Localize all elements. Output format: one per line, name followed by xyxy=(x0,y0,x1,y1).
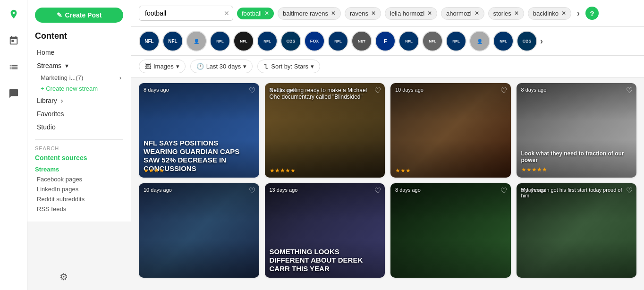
card-3-stars: ★★★ xyxy=(395,167,411,174)
filter-bar: 🖼 Images ▾ 🕐 Last 30 days ▾ ⇅ Sort by: S… xyxy=(131,56,644,77)
tag-stories[interactable]: stories ✕ xyxy=(488,7,524,20)
tag-baltimore-ravens-remove[interactable]: ✕ xyxy=(331,10,336,17)
sources-row: NFL NFL 👤 NFL NFL NFL CBS FOX NFL NET F … xyxy=(131,27,644,56)
create-stream-label: + Create new stream xyxy=(41,85,98,92)
tag-leila-hormozi-label: leila hormozi xyxy=(390,10,424,17)
settings-icon[interactable]: ⚙ xyxy=(59,271,68,282)
sidebar-item-linkedin-pages[interactable]: LinkedIn pages xyxy=(35,184,123,194)
sidebar-item-reddit-subreddits[interactable]: Reddit subreddits xyxy=(35,194,123,204)
sidebar: ✎ Create Post Content Home Streams ▾ Mar… xyxy=(27,0,131,222)
images-filter-label: Images xyxy=(153,63,174,70)
tags-more-button[interactable]: › xyxy=(575,7,582,20)
calendar-icon[interactable] xyxy=(5,32,22,49)
date-filter-label: Last 30 days xyxy=(206,63,241,70)
card-3[interactable]: 10 days ago ♡ ★★★ xyxy=(390,83,511,178)
sidebar-item-marketing[interactable]: Marketing i...(7) › xyxy=(35,72,123,83)
tag-baltimore-ravens[interactable]: baltimore ravens ✕ xyxy=(278,7,341,20)
create-post-button[interactable]: ✎ Create Post xyxy=(35,8,123,23)
source-logo-2[interactable]: NFL xyxy=(162,31,183,51)
source-logo-1[interactable]: NFL xyxy=(139,31,160,51)
source-logo-4[interactable]: NFL xyxy=(210,31,230,51)
source-logo-17[interactable]: CBS xyxy=(517,31,537,51)
search-input[interactable] xyxy=(139,6,233,21)
card-3-heart[interactable]: ♡ xyxy=(500,86,507,95)
tag-football-remove[interactable]: ✕ xyxy=(264,10,269,17)
card-8-heart[interactable]: ♡ xyxy=(626,186,633,195)
card-1[interactable]: 8 days ago ♡ NFL SAYS POSITIONS WEARING … xyxy=(139,83,259,178)
favorites-label: Favorites xyxy=(37,110,64,118)
top-bar: ✕ football ✕ baltimore ravens ✕ ravens ✕… xyxy=(131,0,644,27)
source-logo-12[interactable]: NFL xyxy=(398,31,419,51)
help-button[interactable]: ? xyxy=(585,7,599,20)
source-logo-16[interactable]: NFL xyxy=(493,31,514,51)
source-logo-5[interactable]: NFL xyxy=(233,31,254,51)
source-logo-8[interactable]: FOX xyxy=(304,31,325,51)
source-logo-6[interactable]: NFL xyxy=(257,31,278,51)
tag-ravens[interactable]: ravens ✕ xyxy=(345,7,381,20)
card-1-stars: ★★★★ xyxy=(144,167,164,174)
studio-label: Studio xyxy=(37,123,56,131)
sidebar-item-streams-source[interactable]: Streams xyxy=(35,164,123,174)
source-logo-11[interactable]: F xyxy=(375,31,396,51)
source-logo-14[interactable]: NFL xyxy=(446,31,466,51)
sidebar-item-library[interactable]: Library › xyxy=(35,94,123,107)
card-5-timestamp: 10 days ago xyxy=(144,187,172,193)
source-logo-13[interactable]: NFL xyxy=(422,31,443,51)
card-2[interactable]: 8 days ago ♡ Netflix getting ready to ma… xyxy=(265,83,385,178)
card-7-heart[interactable]: ♡ xyxy=(500,186,507,195)
source-logo-3[interactable]: 👤 xyxy=(186,31,207,51)
card-2-heart[interactable]: ♡ xyxy=(374,86,381,95)
tag-ravens-remove[interactable]: ✕ xyxy=(371,10,376,17)
tag-backlinko[interactable]: backlinko ✕ xyxy=(528,7,571,20)
tag-leila-hormozi-remove[interactable]: ✕ xyxy=(427,10,432,17)
tag-ahormozi-remove[interactable]: ✕ xyxy=(475,10,479,17)
sidebar-item-studio[interactable]: Studio xyxy=(35,120,123,134)
card-7[interactable]: 8 days ago ♡ xyxy=(390,183,511,278)
images-filter-button[interactable]: 🖼 Images ▾ xyxy=(139,60,186,73)
create-post-label: Create Post xyxy=(65,11,102,19)
library-label: Library xyxy=(37,97,57,104)
list-icon[interactable] xyxy=(5,59,22,76)
card-4-stars: ★★★★★ xyxy=(521,166,632,173)
source-logo-9[interactable]: NFL xyxy=(328,31,348,51)
content-sources-title: Content sources xyxy=(35,154,123,162)
card-5-heart[interactable]: ♡ xyxy=(249,186,255,195)
tag-ahormozi[interactable]: ahormozi ✕ xyxy=(441,7,484,20)
card-2-subtitle: Netflix getting ready to make a Michael … xyxy=(270,87,371,100)
search-section-label: SEARCH xyxy=(35,145,123,151)
streams-label: Streams xyxy=(37,62,61,69)
content-grid: 8 days ago ♡ NFL SAYS POSITIONS WEARING … xyxy=(131,77,644,283)
sort-filter-button[interactable]: ⇅ Sort by: Stars ▾ xyxy=(257,60,320,73)
sidebar-item-home[interactable]: Home xyxy=(35,46,123,59)
sort-icon: ⇅ xyxy=(263,63,269,70)
content-title: Content xyxy=(35,31,123,41)
tag-stories-remove[interactable]: ✕ xyxy=(514,10,519,17)
tag-ravens-label: ravens xyxy=(350,10,368,17)
location-icon[interactable] xyxy=(5,6,22,23)
search-clear-button[interactable]: ✕ xyxy=(224,9,229,17)
sidebar-item-rss-feeds[interactable]: RSS feeds xyxy=(35,204,123,214)
source-logo-7[interactable]: CBS xyxy=(280,31,301,51)
card-8[interactable]: 9 days ago ♡ My lil cousin got his first… xyxy=(517,183,637,278)
home-label: Home xyxy=(37,49,54,56)
source-logo-10[interactable]: NET xyxy=(351,31,372,51)
sidebar-item-streams[interactable]: Streams ▾ xyxy=(35,59,123,72)
tag-backlinko-label: backlinko xyxy=(533,10,559,17)
tag-stories-label: stories xyxy=(493,10,511,17)
source-logo-15[interactable]: 👤 xyxy=(469,31,490,51)
date-filter-button[interactable]: 🕐 Last 30 days ▾ xyxy=(190,60,253,73)
chevron-right-icon-library: › xyxy=(61,97,63,104)
chat-icon[interactable] xyxy=(5,85,22,102)
images-icon: 🖼 xyxy=(145,63,151,70)
card-5[interactable]: 10 days ago ♡ xyxy=(139,183,259,278)
icon-bar xyxy=(0,0,27,290)
create-new-stream-link[interactable]: + Create new stream xyxy=(35,83,123,94)
card-4[interactable]: 8 days ago ♡ Look what they need to frac… xyxy=(517,83,637,178)
tag-backlinko-remove[interactable]: ✕ xyxy=(561,10,566,17)
sources-more-button[interactable]: › xyxy=(540,36,543,46)
sidebar-item-facebook-pages[interactable]: Facebook pages xyxy=(35,174,123,184)
card-6[interactable]: 13 days ago ♡ SOMETHING LOOKS DIFFERENT … xyxy=(265,183,385,278)
tag-football[interactable]: football ✕ xyxy=(237,8,274,19)
tag-leila-hormozi[interactable]: leila hormozi ✕ xyxy=(385,7,437,20)
sidebar-item-favorites[interactable]: Favorites xyxy=(35,107,123,120)
